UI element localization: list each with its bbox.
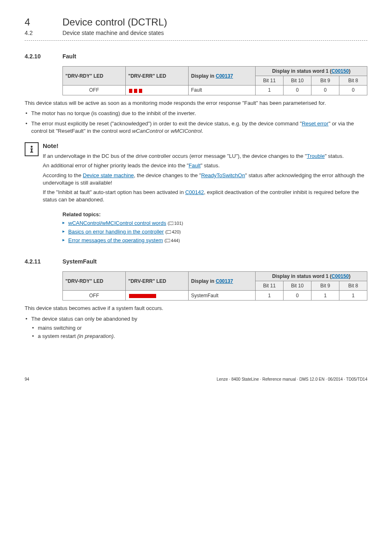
- link-trouble[interactable]: Trouble: [307, 153, 325, 159]
- svg-point-3: [31, 146, 33, 148]
- info-icon: [25, 142, 39, 156]
- sf-sub-bullets: mains switching or a system restart (in …: [31, 324, 367, 340]
- note-title: Note!: [43, 142, 367, 149]
- bullet-1: The motor has no torque (is coasting) du…: [25, 110, 367, 117]
- related-item-3: Error messages of the operating system (…: [62, 237, 367, 243]
- th-bit8: Bit 8: [339, 76, 367, 86]
- svg-rect-1: [134, 89, 137, 93]
- th-sw-pre: Display in status word 1 (: [272, 68, 332, 74]
- intro-paragraph: This device status will be active as soo…: [25, 99, 367, 107]
- b2-it1: wCanControl: [132, 128, 163, 134]
- th2-status-word: Display in status word 1 (C00150): [256, 272, 367, 281]
- link-fault[interactable]: Fault: [189, 162, 201, 169]
- link-c00150-2[interactable]: C00150: [332, 273, 349, 279]
- subchapter-title: Device state machine and device states: [62, 30, 164, 36]
- b2-or: or: [163, 128, 171, 134]
- page-num-1: 101: [174, 221, 182, 226]
- link-error-messages[interactable]: Error messages of the operating system: [68, 237, 163, 243]
- th2-display-in: Display in C00137: [189, 272, 256, 291]
- note-body: Note! If an undervoltage in the DC bus o…: [43, 142, 367, 206]
- related-list: wCANControl/wMCIControl control words (1…: [62, 220, 367, 243]
- th-drv-rdy: "DRV-RDY" LED: [63, 67, 126, 86]
- link-error-handling[interactable]: Basics on error handling in the controll…: [68, 229, 164, 235]
- svg-rect-7: [129, 294, 156, 298]
- cell2-rdy: OFF: [63, 291, 126, 301]
- th-sw-post: ): [349, 68, 350, 74]
- section-header-fault: 4.2.10 Fault: [25, 53, 367, 60]
- section-title: Fault: [62, 53, 76, 60]
- np1-pre: If an undervoltage in the DC bus of the …: [43, 153, 307, 159]
- table-row: OFF SystemFault 1 0 1 1: [63, 291, 367, 301]
- status-table-systemfault: "DRV-RDY" LED "DRV-ERR" LED Display in C…: [62, 271, 367, 301]
- page-footer: 94 Lenze · 8400 StateLine · Reference ma…: [25, 377, 367, 382]
- th2-bit10: Bit 10: [284, 281, 311, 291]
- chapter-number: 4: [25, 16, 62, 28]
- bullet-2: The error must explicitly be reset ("ack…: [25, 120, 367, 135]
- th2-sw-post: ): [349, 273, 350, 279]
- cell2-b8: 1: [339, 291, 367, 301]
- cell2-b11: 1: [256, 291, 284, 301]
- cell-b8: 0: [339, 86, 367, 95]
- th2-bit11: Bit 11: [256, 281, 284, 291]
- th2-sw-pre: Display in status word 1 (: [272, 273, 332, 279]
- th-drv-err: "DRV-ERR" LED: [126, 67, 189, 86]
- note-p2: An additional error of higher priority l…: [43, 162, 367, 169]
- section-number: 4.2.10: [25, 53, 62, 60]
- link-c00150[interactable]: C00150: [332, 68, 349, 74]
- b2-pre: The error must explicitly be reset ("ack…: [31, 120, 302, 127]
- cell2-b9: 1: [311, 291, 339, 301]
- cell-b11: 1: [256, 86, 284, 95]
- section-header-systemfault: 4.2.11 SystemFault: [25, 258, 367, 265]
- page-number: 94: [25, 377, 29, 382]
- th-bit10: Bit 10: [284, 76, 311, 86]
- page-num-2: 420: [172, 229, 179, 234]
- np3-mid: , the device changes to the ": [134, 172, 201, 178]
- b2-end: .: [202, 128, 203, 134]
- link-c00142[interactable]: C00142: [185, 189, 204, 195]
- note-box: Note! If an undervoltage in the DC bus o…: [25, 142, 367, 206]
- sf-sb2-it: (in preparation): [77, 333, 113, 339]
- book-icon: [167, 230, 171, 234]
- page-ref-3: (444): [164, 238, 180, 243]
- book-icon: [169, 222, 173, 225]
- np3-pre: According to the: [43, 172, 83, 178]
- link-wcancontrol[interactable]: wCANControl/wMCIControl control words: [68, 220, 166, 226]
- th2-drv-err: "DRV-ERR" LED: [126, 272, 189, 291]
- link-state-machine[interactable]: Device state machine: [83, 172, 134, 178]
- th-display-in: Display in C00137: [189, 67, 256, 86]
- related-item-1: wCANControl/wMCIControl control words (1…: [62, 220, 367, 226]
- blinking-led-icon: [128, 88, 145, 93]
- th-display-pre: Display in: [191, 73, 216, 79]
- related-item-2: Basics on error handling in the controll…: [62, 229, 367, 235]
- svg-rect-6: [30, 152, 33, 153]
- systemfault-intro: This device status becomes active if a s…: [25, 305, 367, 312]
- b2-it2: wMCIControl: [171, 128, 201, 134]
- th2-display-pre: Display in: [191, 278, 216, 284]
- link-c00137-2[interactable]: C00137: [216, 278, 233, 284]
- bullet-list: The motor has no torque (is coasting) du…: [25, 110, 367, 135]
- page-ref-2: (420): [165, 229, 181, 234]
- link-c00137[interactable]: C00137: [216, 73, 233, 79]
- svg-rect-0: [129, 89, 132, 93]
- cell-display: Fault: [189, 86, 256, 95]
- link-reset-error[interactable]: Reset error: [302, 120, 328, 127]
- sf-bullet-1: The device status can only be abandoned …: [25, 315, 367, 340]
- note-p4: If the "Inhibit at fault" auto-start opt…: [43, 189, 367, 203]
- sf-sub-1: mains switching or: [31, 324, 367, 332]
- cell-b9: 0: [311, 86, 339, 95]
- cell2-err-led: [126, 291, 189, 301]
- chapter-header: 4 Device control (DCTRL): [25, 16, 367, 28]
- th2-drv-rdy: "DRV-RDY" LED: [63, 272, 126, 291]
- link-ready-switch-on[interactable]: ReadyToSwitchOn: [201, 172, 245, 178]
- table-row: OFF Fault 1 0 0 0: [63, 86, 367, 95]
- svg-rect-5: [31, 148, 32, 152]
- sf-sb2-pre: a system restart: [38, 333, 77, 339]
- subchapter-number: 4.2: [25, 30, 62, 36]
- np2-pre: An additional error of higher priority l…: [43, 162, 189, 169]
- book-icon: [166, 239, 170, 243]
- systemfault-bullets: The device status can only be abandoned …: [25, 315, 367, 340]
- solid-led-icon: [128, 293, 157, 298]
- th2-bit8: Bit 8: [339, 281, 367, 291]
- cell2-b10: 0: [284, 291, 311, 301]
- note-p3: According to the Device state machine, t…: [43, 172, 367, 186]
